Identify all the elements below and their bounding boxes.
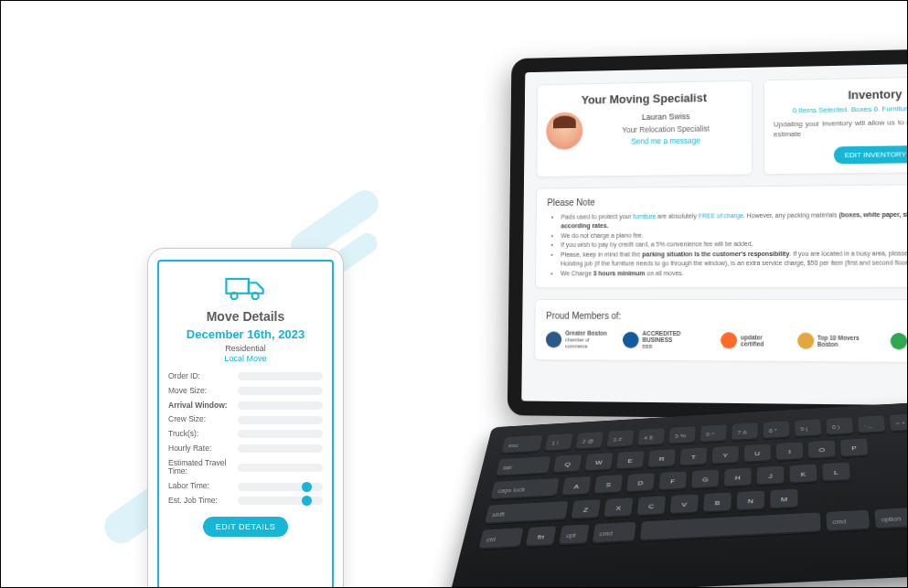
key[interactable]: N [737, 491, 764, 511]
order-id-value [238, 372, 323, 380]
key[interactable]: cmd [826, 510, 870, 532]
key[interactable]: K [790, 465, 817, 485]
keyboard: esc1 !2 @3 #4 $5 %6 ^7 &8 *9 (0 )- _= +d… [449, 393, 907, 587]
key[interactable]: cmd [593, 522, 636, 544]
please-note-list: Pads used to protect your furniture are … [561, 209, 907, 279]
list-item: Pads used to protect your furniture are … [561, 209, 907, 231]
avatar [546, 112, 582, 149]
key[interactable]: V [670, 494, 699, 514]
key[interactable]: 2 @ [575, 432, 604, 450]
key[interactable]: T [679, 447, 707, 466]
key[interactable]: = + [890, 413, 907, 432]
send-message-link[interactable]: Send me a message [590, 134, 742, 149]
svg-point-2 [251, 293, 258, 299]
key[interactable]: E [616, 451, 645, 470]
job-time-slider[interactable] [238, 497, 323, 505]
svg-point-1 [230, 293, 237, 299]
key[interactable]: P [840, 438, 868, 457]
key[interactable]: 0 ) [826, 417, 853, 435]
crew-size-value [238, 416, 323, 424]
badge-icon [546, 331, 561, 347]
move-date: December 16th, 2023 [168, 327, 323, 341]
key[interactable]: W [584, 453, 613, 472]
member-badge: ACCREDITED BUSINESSBBB [623, 330, 708, 349]
specialist-card: Your Moving Specialist Lauran Swiss Your… [536, 80, 753, 177]
specialist-title: Your Moving Specialist [547, 91, 743, 108]
list-item: We Charge 3 hours minimum on all moves. [561, 268, 907, 278]
key[interactable]: 4 $ [637, 428, 665, 446]
key[interactable]: R [648, 449, 676, 468]
key[interactable]: G [691, 469, 719, 489]
key[interactable]: U [744, 444, 771, 463]
tablet-screen: Your Moving Specialist Lauran Swiss Your… [521, 62, 907, 406]
edit-inventory-button[interactable]: EDIT INVENTORY [833, 145, 907, 164]
key[interactable]: 8 * [764, 421, 790, 439]
key[interactable]: - _ [858, 415, 885, 433]
key[interactable]: ctrl [478, 528, 523, 550]
truck-icon [168, 274, 323, 305]
key[interactable]: B [703, 492, 732, 512]
please-note-card: Please Note Pads used to protect your fu… [535, 183, 907, 288]
key[interactable]: 6 ^ [700, 424, 727, 443]
travel-time-label: Estimated Travel Time: [168, 459, 232, 477]
key[interactable]: Z [571, 499, 601, 519]
members-card: Proud Members of: Greater Bostonchamber … [534, 299, 907, 363]
key[interactable]: esc [501, 435, 542, 454]
key[interactable]: opt [559, 524, 589, 545]
key[interactable]: S [594, 475, 624, 494]
labor-time-label: Labor Time: [168, 482, 232, 491]
key[interactable]: 7 & [732, 422, 758, 441]
key[interactable]: F [658, 471, 687, 491]
member-badge: Greater Bostonchamber of commerce [546, 330, 611, 349]
member-badge: GOOGLE GUARANTEED [891, 333, 907, 350]
move-size-label: Move Size: [168, 387, 232, 396]
key[interactable]: I [776, 442, 803, 461]
key[interactable]: C [636, 496, 666, 516]
key[interactable]: fn [526, 526, 557, 547]
arrival-window-label: Arrival Window: [168, 401, 232, 411]
hourly-rate-value [238, 444, 323, 453]
tablet-frame: Your Moving Specialist Lauran Swiss Your… [507, 48, 907, 422]
job-time-label: Est. Job Time: [168, 497, 232, 506]
move-type: Residential [168, 344, 323, 353]
key[interactable]: H [724, 467, 752, 487]
list-item: Please, keep in mind that the parking si… [561, 249, 907, 269]
key[interactable]: shift [485, 501, 569, 524]
badge-icon [797, 332, 814, 348]
move-size-value [238, 387, 323, 395]
edit-details-button[interactable]: EDIT DETAILS [203, 517, 289, 537]
key[interactable]: M [770, 489, 797, 509]
badge-icon [623, 331, 639, 347]
key[interactable]: 9 ( [795, 419, 821, 437]
key[interactable]: L [822, 463, 850, 483]
key[interactable]: A [561, 476, 591, 496]
key[interactable]: X [604, 497, 633, 518]
key[interactable]: J [757, 466, 785, 486]
key[interactable]: caps lock [490, 478, 560, 500]
badge-label: Top 10 Movers Boston [817, 334, 878, 347]
labor-time-slider[interactable] [238, 483, 323, 491]
trucks-value [238, 430, 323, 438]
member-badge: updater certified [721, 332, 784, 348]
key[interactable]: Y [711, 445, 739, 465]
key[interactable]: O [808, 440, 836, 459]
key[interactable]: option [874, 508, 907, 529]
key[interactable]: 5 % [668, 426, 696, 444]
hourly-rate-label: Hourly Rate: [168, 444, 232, 454]
phone-screen: Move Details December 16th, 2023 Residen… [157, 260, 334, 587]
key[interactable]: 3 # [606, 430, 634, 448]
trucks-label: Truck(s): [168, 430, 232, 439]
inventory-summary: 0 Items Selected. Boxes 0. Furniture 0. [793, 104, 907, 114]
key[interactable]: 1 ! [545, 433, 573, 452]
badge-label: ACCREDITED BUSINESSBBB [643, 330, 709, 349]
key[interactable]: Q [553, 454, 582, 474]
travel-time-value [238, 464, 323, 472]
members-title: Proud Members of: [546, 311, 907, 322]
phone-frame: Move Details December 16th, 2023 Residen… [147, 248, 344, 587]
inventory-title: Inventory [774, 86, 907, 103]
move-details-title: Move Details [168, 309, 323, 324]
key[interactable]: D [626, 473, 655, 492]
badge-label: updater certified [741, 334, 785, 347]
key[interactable] [640, 512, 821, 541]
key[interactable]: tab [496, 456, 550, 476]
